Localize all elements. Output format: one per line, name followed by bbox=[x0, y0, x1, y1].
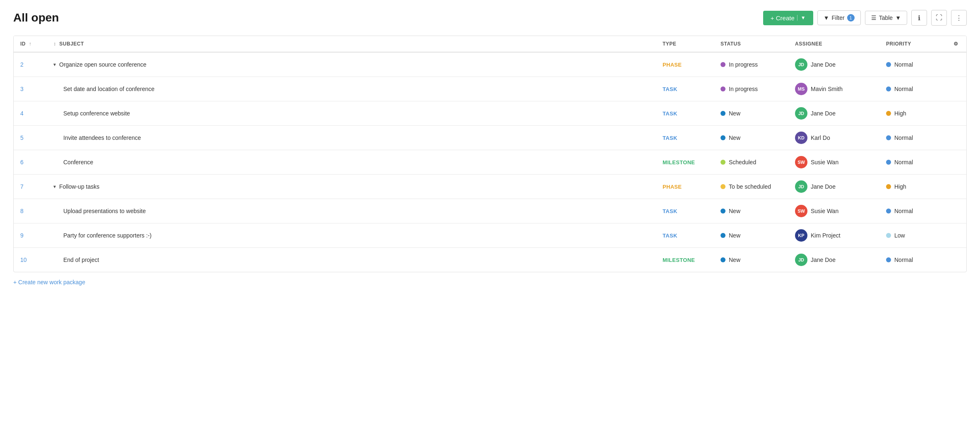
subject-text: Follow-up tasks bbox=[59, 183, 99, 190]
subject-text: Set date and location of conference bbox=[63, 86, 154, 92]
cell-assignee: JDJane Doe bbox=[788, 175, 879, 199]
cell-priority: High bbox=[879, 175, 946, 199]
cell-status: Scheduled bbox=[714, 150, 788, 175]
cell-id: 2 bbox=[14, 52, 47, 77]
col-header-status[interactable]: STATUS bbox=[714, 36, 788, 52]
row-id-link[interactable]: 5 bbox=[20, 134, 24, 141]
create-new-label: + Create new work package bbox=[13, 279, 85, 285]
row-id-link[interactable]: 7 bbox=[20, 183, 24, 190]
create-dropdown-arrow[interactable]: ▼ bbox=[797, 15, 806, 21]
assignee-name: Jane Doe bbox=[811, 110, 836, 117]
col-header-settings[interactable]: ⚙ bbox=[946, 36, 966, 52]
assignee-name: Karl Do bbox=[811, 134, 830, 141]
info-button[interactable]: ℹ bbox=[911, 10, 927, 26]
status-text: New bbox=[729, 208, 740, 214]
table-row: 8Upload presentations to websiteTASKNewS… bbox=[14, 199, 966, 223]
type-badge[interactable]: MILESTONE bbox=[663, 257, 695, 263]
type-badge[interactable]: TASK bbox=[663, 233, 677, 239]
cell-row-settings bbox=[946, 101, 966, 126]
table-row: 6ConferenceMILESTONEScheduledSWSusie Wan… bbox=[14, 150, 966, 175]
cell-row-settings bbox=[946, 248, 966, 272]
expand-button[interactable]: ⛶ bbox=[931, 10, 947, 26]
settings-icon[interactable]: ⚙ bbox=[954, 41, 958, 47]
assignee-name: Mavin Smith bbox=[811, 86, 843, 92]
status-dot-icon bbox=[721, 62, 725, 67]
create-button-label: + Create bbox=[771, 14, 795, 22]
cell-priority: Normal bbox=[879, 77, 946, 101]
cell-assignee: JDJane Doe bbox=[788, 52, 879, 77]
cell-priority: Normal bbox=[879, 52, 946, 77]
subject-group-icon: ↕ bbox=[53, 41, 56, 47]
row-id-link[interactable]: 4 bbox=[20, 110, 24, 117]
collapse-chevron-icon[interactable]: ▾ bbox=[53, 62, 56, 67]
col-header-assignee[interactable]: ASSIGNEE bbox=[788, 36, 879, 52]
status-dot-icon bbox=[721, 111, 725, 116]
col-header-type[interactable]: TYPE bbox=[656, 36, 714, 52]
page-title: All open bbox=[13, 11, 59, 24]
row-id-link[interactable]: 6 bbox=[20, 159, 24, 166]
type-badge[interactable]: TASK bbox=[663, 135, 677, 141]
cell-priority: Normal bbox=[879, 150, 946, 175]
priority-text: Normal bbox=[894, 134, 913, 141]
filter-label: Filter bbox=[832, 14, 845, 21]
cell-id: 7 bbox=[14, 175, 47, 199]
cell-status: In progress bbox=[714, 52, 788, 77]
assignee-name: Jane Doe bbox=[811, 257, 836, 263]
type-badge[interactable]: TASK bbox=[663, 110, 677, 117]
subject-text: Upload presentations to website bbox=[63, 208, 146, 214]
priority-dot-icon bbox=[886, 184, 891, 189]
cell-priority: Normal bbox=[879, 126, 946, 150]
type-badge[interactable]: TASK bbox=[663, 86, 677, 92]
table-row: 2▾Organize open source conferencePHASEIn… bbox=[14, 52, 966, 77]
subject-text: Organize open source conference bbox=[59, 61, 147, 68]
table-view-button[interactable]: ☰ Table ▼ bbox=[865, 11, 907, 25]
cell-id: 6 bbox=[14, 150, 47, 175]
cell-id: 5 bbox=[14, 126, 47, 150]
cell-row-settings bbox=[946, 223, 966, 248]
row-id-link[interactable]: 3 bbox=[20, 86, 24, 92]
type-badge[interactable]: MILESTONE bbox=[663, 159, 695, 166]
avatar: JD bbox=[795, 107, 807, 120]
table-row: 9Party for conference supporters :-)TASK… bbox=[14, 223, 966, 248]
col-header-id[interactable]: ID ↑ bbox=[14, 36, 47, 52]
avatar: JD bbox=[795, 58, 807, 71]
row-id-link[interactable]: 10 bbox=[20, 257, 27, 263]
create-new-work-package[interactable]: + Create new work package bbox=[13, 279, 967, 285]
avatar: JD bbox=[795, 254, 807, 266]
create-button[interactable]: + Create ▼ bbox=[763, 11, 813, 25]
cell-subject: End of project bbox=[47, 248, 656, 272]
sort-id-icon[interactable]: ↑ bbox=[29, 41, 32, 47]
row-id-link[interactable]: 8 bbox=[20, 208, 24, 214]
cell-assignee: JDJane Doe bbox=[788, 248, 879, 272]
priority-dot-icon bbox=[886, 233, 891, 238]
cell-subject: Party for conference supporters :-) bbox=[47, 223, 656, 248]
filter-button[interactable]: ▼ Filter 1 bbox=[817, 10, 861, 25]
priority-dot-icon bbox=[886, 62, 891, 67]
table-row: 10End of projectMILESTONENewJDJane DoeNo… bbox=[14, 248, 966, 272]
cell-status: New bbox=[714, 101, 788, 126]
avatar: MS bbox=[795, 83, 807, 95]
status-dot-icon bbox=[721, 135, 725, 140]
row-id-link[interactable]: 9 bbox=[20, 232, 24, 239]
type-badge[interactable]: PHASE bbox=[663, 62, 682, 68]
subject-text: Invite attendees to conference bbox=[63, 134, 141, 141]
priority-dot-icon bbox=[886, 209, 891, 214]
table-row: 5Invite attendees to conferenceTASKNewKD… bbox=[14, 126, 966, 150]
status-dot-icon bbox=[721, 209, 725, 214]
subject-text: Setup conference website bbox=[63, 110, 130, 117]
status-text: In progress bbox=[729, 86, 758, 92]
priority-dot-icon bbox=[886, 86, 891, 91]
cell-status: New bbox=[714, 248, 788, 272]
priority-text: Normal bbox=[894, 61, 913, 68]
col-header-subject[interactable]: ↕ SUBJECT bbox=[47, 36, 656, 52]
table-row: 4Setup conference websiteTASKNewJDJane D… bbox=[14, 101, 966, 126]
status-dot-icon bbox=[721, 86, 725, 91]
collapse-chevron-icon[interactable]: ▾ bbox=[53, 184, 56, 190]
row-id-link[interactable]: 2 bbox=[20, 61, 24, 68]
type-badge[interactable]: TASK bbox=[663, 208, 677, 214]
type-badge[interactable]: PHASE bbox=[663, 184, 682, 190]
table-header-row: ID ↑ ↕ SUBJECT TYPE STATUS ASSIGNEE PRIO… bbox=[14, 36, 966, 52]
col-header-priority[interactable]: PRIORITY bbox=[879, 36, 946, 52]
more-button[interactable]: ⋮ bbox=[951, 10, 967, 26]
cell-type: MILESTONE bbox=[656, 150, 714, 175]
